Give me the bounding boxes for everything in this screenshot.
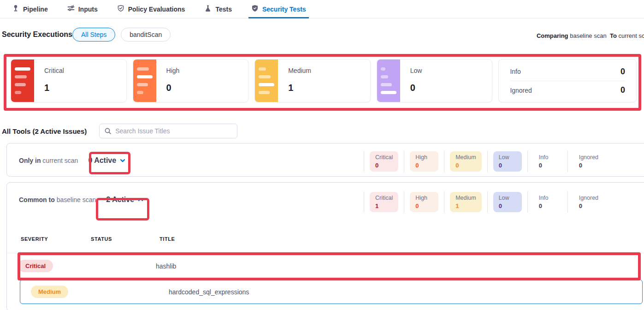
table-row-hardcoded-sql-expressions[interactable]: Medium hardcoded_sql_expressions bbox=[20, 280, 643, 304]
comparing-info: Comparing baseline scan To current scan bbox=[537, 32, 644, 39]
tab-label: Tests bbox=[215, 6, 232, 13]
ignored-label: Ignored bbox=[510, 87, 532, 94]
tab-tests[interactable]: Tests bbox=[204, 0, 232, 18]
card-label: Critical bbox=[44, 67, 64, 74]
chip-medium: Medium 1 bbox=[450, 192, 481, 212]
tab-policy-evaluations[interactable]: Policy Evaluations bbox=[117, 0, 185, 18]
tab-label: Inputs bbox=[78, 6, 98, 13]
issue-title: hardcoded_sql_expressions bbox=[169, 288, 249, 296]
column-header-status: STATUS bbox=[91, 236, 112, 242]
chip-high: High 0 bbox=[410, 151, 438, 172]
tab-inputs[interactable]: Inputs bbox=[67, 0, 98, 18]
tab-bar: Pipeline Inputs Policy Evaluations Tests… bbox=[0, 0, 644, 18]
chip-low: Low 0 bbox=[493, 151, 522, 172]
card-count: 1 bbox=[44, 83, 64, 93]
card-count: 0 bbox=[166, 83, 180, 93]
summary-card-low[interactable]: Low 0 bbox=[377, 59, 493, 102]
severity-chip-row: Critical 0 High 0 Medium 0 Low 0 Info 0 … bbox=[364, 151, 609, 172]
card-count: 1 bbox=[288, 83, 311, 93]
card-label: High bbox=[166, 67, 180, 74]
table-row-hashlib[interactable]: Critical hashlib bbox=[7, 253, 644, 279]
info-label: Info bbox=[510, 68, 520, 75]
policy-evaluations-icon bbox=[117, 5, 124, 13]
card-count: 0 bbox=[410, 83, 422, 93]
chip-ignored: Ignored 0 bbox=[573, 151, 604, 172]
chip-ignored: Ignored 0 bbox=[573, 192, 604, 212]
tab-label: Pipeline bbox=[23, 6, 48, 13]
active-issues-dropdown[interactable]: 0 Active bbox=[88, 156, 126, 165]
chip-info: Info 0 bbox=[533, 192, 562, 212]
page-title: Security Executions bbox=[2, 30, 72, 39]
pipeline-icon bbox=[12, 5, 19, 13]
chevron-up-icon bbox=[137, 197, 144, 203]
search-icon bbox=[104, 127, 112, 135]
high-severity-icon bbox=[133, 60, 156, 102]
all-tools-title: All Tools (2 Active Issues) bbox=[2, 127, 87, 135]
info-value: 0 bbox=[620, 67, 625, 77]
security-executions-header: Security Executions All Steps banditScan… bbox=[0, 18, 644, 51]
comparing-label: Comparing bbox=[537, 32, 568, 39]
critical-severity-icon bbox=[11, 60, 34, 102]
section-common-to-baseline-scan: Common to baseline scan 2 Active Critica… bbox=[6, 182, 644, 310]
summary-card-critical[interactable]: Critical 1 bbox=[11, 59, 127, 102]
section-only-in-current-scan: Only in current scan 0 Active Critical 0… bbox=[6, 143, 644, 177]
tab-label: Policy Evaluations bbox=[128, 6, 185, 13]
active-issues-dropdown[interactable]: 2 Active bbox=[106, 196, 144, 204]
security-tests-icon bbox=[251, 5, 259, 13]
severity-badge-medium: Medium bbox=[31, 286, 68, 298]
column-header-severity: SEVERITY bbox=[21, 236, 48, 242]
ignored-value: 0 bbox=[620, 85, 625, 95]
to-label: To bbox=[610, 32, 617, 39]
search-box[interactable] bbox=[99, 124, 237, 138]
card-label: Medium bbox=[288, 67, 311, 74]
tab-label: Security Tests bbox=[262, 6, 306, 13]
chip-critical: Critical 0 bbox=[370, 151, 398, 172]
tab-security-tests[interactable]: Security Tests bbox=[251, 0, 306, 18]
section-scope-text: Common to baseline scan bbox=[19, 196, 96, 203]
search-input[interactable] bbox=[115, 127, 232, 135]
section-scope-text: Only in current scan bbox=[19, 157, 78, 164]
chip-medium: Medium 0 bbox=[450, 151, 481, 172]
chevron-down-icon bbox=[119, 157, 126, 164]
severity-chip-row: Critical 1 High 0 Medium 1 Low 0 Info 0 … bbox=[364, 191, 609, 213]
filter-banditscan[interactable]: banditScan bbox=[121, 28, 171, 42]
inputs-icon bbox=[67, 5, 75, 13]
chip-high: High 0 bbox=[410, 192, 438, 212]
tab-pipeline[interactable]: Pipeline bbox=[12, 0, 48, 18]
chip-low: Low 0 bbox=[493, 192, 522, 212]
severity-badge-critical: Critical bbox=[18, 260, 53, 272]
medium-severity-icon bbox=[255, 60, 278, 102]
low-severity-icon bbox=[377, 60, 400, 102]
chip-critical: Critical 1 bbox=[370, 192, 398, 212]
filter-all-steps[interactable]: All Steps bbox=[72, 28, 115, 42]
issues-table-header: SEVERITY STATUS TITLE bbox=[7, 233, 644, 247]
chip-info: Info 0 bbox=[533, 151, 562, 172]
summary-card-medium[interactable]: Medium 1 bbox=[254, 59, 371, 102]
card-label: Low bbox=[410, 67, 422, 74]
info-ignored-card: Info 0 Ignored 0 bbox=[498, 59, 637, 102]
summary-card-high[interactable]: High 0 bbox=[133, 59, 249, 102]
column-header-title: TITLE bbox=[160, 236, 175, 242]
issue-title: hashlib bbox=[156, 262, 176, 270]
severity-summary-row: Critical 1 High 0 Medium 1 Low 0 Info bbox=[11, 59, 637, 102]
tests-icon bbox=[204, 5, 212, 13]
comparing-baseline: baseline scan bbox=[570, 32, 607, 39]
comparing-current: current scan bbox=[618, 32, 644, 39]
